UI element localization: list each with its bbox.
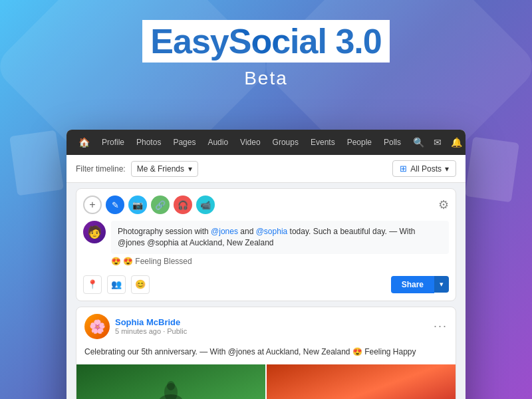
video-tool-button[interactable]: 📹 [196, 196, 215, 214]
filter-value: Me & Friends [137, 164, 184, 174]
nav-item-audio[interactable]: Audio [202, 130, 233, 155]
feeling-text: 😍 😍 Feeling Blessed [111, 257, 449, 266]
audio-tool-button[interactable]: 🎧 [174, 196, 192, 214]
composer-tools: + ✎ 📷 🔗 🎧 📹 ⚙ [83, 196, 449, 214]
post-image-right[interactable] [267, 364, 456, 399]
post-author-name[interactable]: Sophia McBride [115, 317, 434, 327]
post-image-left[interactable] [76, 364, 265, 399]
nav-bar: 🏠 Profile Photos Pages Audio Video Group… [66, 130, 466, 155]
post-more-button[interactable]: ··· [434, 319, 448, 333]
nav-item-polls[interactable]: Polls [378, 130, 406, 155]
nav-item-people[interactable]: People [342, 130, 377, 155]
nav-item-video[interactable]: Video [235, 130, 265, 155]
composer-settings-icon[interactable]: ⚙ [438, 198, 449, 212]
app-subtitle: Beta [0, 68, 532, 89]
search-icon[interactable]: 🔍 [409, 130, 428, 155]
app-title: EasySocial 3.0 [142, 20, 389, 63]
app-window: 🏠 Profile Photos Pages Audio Video Group… [66, 130, 466, 399]
tag-people-icon[interactable]: 👥 [107, 275, 126, 294]
post-composer: + ✎ 📷 🔗 🎧 📹 ⚙ 🧑 Photography session with… [76, 188, 456, 301]
message-icon[interactable]: ✉ [430, 130, 446, 155]
mention-sophia: @sophia [256, 227, 288, 236]
post-meta: Sophia McBride 5 minutes ago · Public [115, 317, 434, 335]
post-body: Celebrating our 5th anniversary. — With … [76, 346, 456, 364]
allposts-button[interactable]: ⊞ All Posts ▾ [392, 160, 456, 177]
post-header: 🌸 Sophia McBride 5 minutes ago · Public … [76, 307, 456, 346]
bell-icon[interactable]: 🔔 [447, 130, 466, 155]
nav-item-pages[interactable]: Pages [168, 130, 201, 155]
allposts-grid-icon: ⊞ [400, 164, 407, 174]
allposts-chevron-icon: ▾ [445, 164, 449, 174]
post-timestamp: 5 minutes ago [115, 327, 161, 335]
edit-tool-button[interactable]: ✎ [106, 196, 124, 214]
allposts-label: All Posts [410, 164, 442, 174]
deco-card-right [465, 137, 519, 203]
post-text-content[interactable]: Photography session with @jones and @sop… [111, 221, 449, 254]
post-privacy: Public [167, 327, 187, 335]
link-tool-button[interactable]: 🔗 [151, 196, 170, 214]
animal-silhouette-icon [151, 378, 191, 399]
camera-tool-button[interactable]: 📷 [128, 196, 147, 214]
share-dropdown-button[interactable]: ▾ [434, 276, 449, 293]
filter-dropdown[interactable]: Me & Friends ▾ [131, 161, 198, 177]
filter-chevron-icon: ▾ [188, 164, 192, 174]
post-author-avatar: 🌸 [84, 314, 110, 339]
post-text: Celebrating our 5th anniversary. — With … [84, 347, 416, 356]
post-text-area[interactable]: Photography session with @jones and @sop… [111, 221, 449, 266]
feed-post: 🌸 Sophia McBride 5 minutes ago · Public … [76, 307, 456, 399]
deco-card-left [9, 130, 64, 196]
composer-actions: 📍 👥 😊 Share ▾ [83, 270, 449, 294]
share-button[interactable]: Share [391, 276, 434, 293]
feeling-label: 😍 Feeling Blessed [123, 257, 192, 266]
hero-area: EasySocial 3.0 Beta [0, 0, 532, 102]
post-images [76, 364, 456, 399]
share-group: Share ▾ [391, 276, 449, 293]
nav-item-profile[interactable]: Profile [96, 130, 130, 155]
add-tool-button[interactable]: + [83, 196, 102, 214]
nav-item-events[interactable]: Events [305, 130, 340, 155]
action-icons-group: 📍 👥 😊 [83, 275, 150, 294]
nav-home-icon[interactable]: 🏠 [73, 130, 95, 155]
location-icon[interactable]: 📍 [83, 275, 102, 294]
post-time: 5 minutes ago · Public [115, 327, 434, 335]
nav-item-photos[interactable]: Photos [131, 130, 166, 155]
mention-jones: @jones [211, 227, 238, 236]
filter-bar: Filter timeline: Me & Friends ▾ ⊞ All Po… [66, 155, 466, 183]
nav-item-groups[interactable]: Groups [267, 130, 304, 155]
svg-point-2 [167, 381, 175, 390]
filter-label: Filter timeline: [76, 164, 126, 174]
emoji-icon[interactable]: 😊 [131, 275, 150, 294]
composer-avatar: 🧑 [83, 221, 106, 243]
post-content-wrapper: 🧑 Photography session with @jones and @s… [83, 221, 449, 266]
